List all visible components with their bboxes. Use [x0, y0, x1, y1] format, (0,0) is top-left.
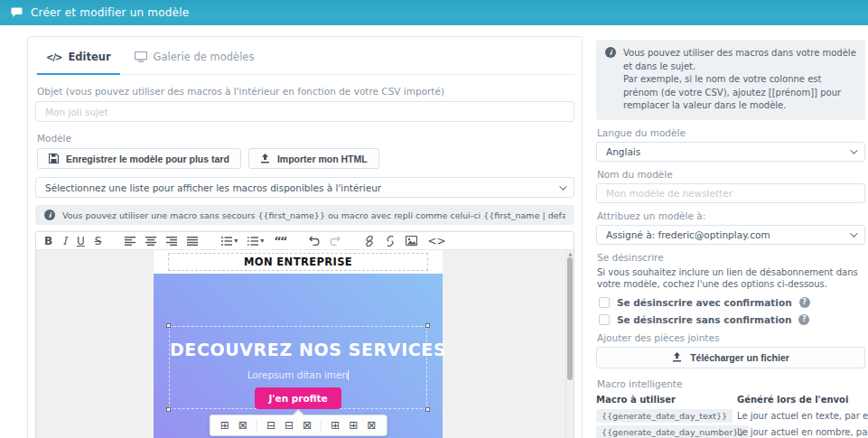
- attribuez-select-value: Assigné à: frederic@optinplay.com: [606, 229, 770, 240]
- resize-handle-top-left[interactable]: [166, 323, 171, 328]
- align-justify-icon[interactable]: [187, 237, 198, 246]
- email-header-block[interactable]: MON ENTREPRISE: [154, 250, 443, 274]
- tab-galerie-label: Galerie de modèles: [154, 51, 255, 63]
- align-center-icon[interactable]: [145, 237, 156, 246]
- checkbox-avec-label: Se désinscrire avec confirmation: [617, 297, 792, 308]
- tab-galerie[interactable]: Galerie de modèles: [126, 37, 264, 75]
- nom-label: Nom du modèle: [597, 169, 864, 180]
- underline-icon[interactable]: U: [77, 236, 85, 247]
- scrollbar-thumb[interactable]: [567, 257, 573, 380]
- scroll-up-icon[interactable]: ▲: [567, 251, 574, 256]
- resize-handle-top-right[interactable]: [425, 323, 430, 328]
- cta-button[interactable]: J'en profite: [255, 387, 341, 409]
- code-icon: </>: [46, 52, 61, 62]
- objet-label: Objet (vous pouvez utiliser des macros à…: [37, 86, 573, 97]
- macros-info-box: i Vous pouvez utiliser des macros dans v…: [596, 40, 865, 120]
- help-icon[interactable]: ?: [799, 297, 810, 308]
- macro-table-header: Macro à utiliser: [596, 393, 732, 406]
- upload-icon: [260, 154, 270, 163]
- info-icon: i: [605, 47, 616, 58]
- upload-file-button[interactable]: Télécharger un fichier: [596, 347, 865, 368]
- editor-card: </> Editeur Galerie de modèles Objet (vo…: [27, 36, 583, 438]
- checkbox-row-avec: Se désinscrire avec confirmation ?: [599, 297, 863, 308]
- editor-tabs: </> Editeur Galerie de modèles: [35, 37, 574, 75]
- modele-buttons: Enregistrer le modèle pour plus tard Imp…: [37, 148, 573, 169]
- company-name: MON ENTREPRISE: [244, 256, 352, 268]
- delete-column-icon[interactable]: ⊠: [367, 420, 376, 431]
- upload-icon: [672, 352, 682, 362]
- table-tools-popup: ⊞ ⊠ ⊟ ⊟ ⊠ ⊞ ⊞ ⊠: [210, 415, 387, 436]
- align-right-icon[interactable]: [166, 237, 177, 246]
- macros-info-text: Vous pouvez utiliser des macros dans vot…: [623, 47, 856, 113]
- unordered-list-icon[interactable]: ▾: [221, 237, 238, 246]
- chevron-down-icon: [850, 146, 857, 154]
- macro-intelligente-label: Macro intelligente: [597, 378, 864, 389]
- align-left-icon[interactable]: [125, 237, 135, 246]
- save-icon: [49, 154, 59, 163]
- italic-icon[interactable]: I: [62, 236, 67, 247]
- resize-handle-bottom-left[interactable]: [166, 407, 171, 412]
- undo-icon[interactable]: [309, 236, 320, 246]
- editor-scrollbar[interactable]: ▲: [565, 250, 574, 438]
- table-icon[interactable]: ⊞: [220, 420, 229, 431]
- strikethrough-icon[interactable]: S: [95, 236, 102, 247]
- modele-label: Modèle: [37, 133, 573, 144]
- wysiwyg-editor: B I U S ▾ ▾: [35, 231, 574, 438]
- desinscrire-text: Si vous souhaitez inclure un lien de dés…: [597, 266, 864, 291]
- save-template-button[interactable]: Enregistrer le modèle pour plus tard: [37, 148, 241, 169]
- delete-table-icon[interactable]: ⊠: [238, 420, 247, 431]
- tab-editeur[interactable]: </> Editeur: [37, 37, 120, 75]
- macro-table: Macro à utiliser Généré lors de l'envoi …: [596, 393, 865, 438]
- insert-row-below-icon[interactable]: ⊟: [266, 420, 275, 431]
- insert-row-above-icon[interactable]: ⊟: [285, 420, 294, 431]
- attribuez-select[interactable]: Assigné à: frederic@optinplay.com: [596, 225, 865, 245]
- company-block[interactable]: MON ENTREPRISE: [168, 253, 428, 271]
- chevron-down-icon: [559, 182, 566, 190]
- info-icon: i: [44, 210, 55, 220]
- macro-badge[interactable]: {{generate_date_day_text}}: [596, 409, 733, 423]
- checkbox-avec-confirmation[interactable]: [599, 297, 610, 308]
- checkbox-sans-label: Se désinscrire sans confirmation: [617, 314, 791, 325]
- list-select[interactable]: Sélectionnez une liste pour afficher les…: [35, 177, 574, 198]
- insert-column-right-icon[interactable]: ⊞: [349, 420, 358, 431]
- import-html-button[interactable]: Importer mon HTML: [248, 148, 379, 169]
- image-icon[interactable]: [406, 236, 417, 246]
- macro-badge[interactable]: {{generate_date_day_number}}: [596, 425, 749, 438]
- macro-table-header: Généré lors de l'envoi: [737, 393, 868, 406]
- banner-headline[interactable]: DECOUVREZ NOS SERVICES: [170, 340, 426, 359]
- desinscrire-label: Se désinscrire: [597, 252, 864, 263]
- email-banner[interactable]: DECOUVREZ NOS SERVICES Lorepsum ditan im…: [154, 274, 443, 438]
- unlink-icon[interactable]: [385, 236, 396, 247]
- bold-icon[interactable]: B: [44, 236, 52, 247]
- chat-bubble-icon: [11, 7, 23, 18]
- insert-column-left-icon[interactable]: ⊞: [331, 420, 340, 431]
- resize-handle-bottom-right[interactable]: [425, 407, 430, 412]
- page-title: Créer et modifier un modèle: [31, 6, 189, 19]
- redo-icon[interactable]: [330, 236, 341, 246]
- help-icon[interactable]: ?: [798, 314, 809, 325]
- editor-canvas[interactable]: MON ENTREPRISE DECOUVREZ NOS SERVICES Lo…: [36, 250, 574, 438]
- macro-description: Le jour actuel en texte, par exemple: lu…: [737, 411, 868, 421]
- caret-down-icon: ▾: [234, 238, 238, 245]
- langue-select[interactable]: Anglais: [596, 142, 865, 162]
- format-toolbar: B I U S ▾ ▾: [36, 232, 574, 250]
- checkbox-row-sans: Se désinscrire sans confirmation ?: [599, 314, 863, 325]
- blockquote-icon[interactable]: ““: [274, 235, 285, 247]
- link-icon[interactable]: [364, 236, 375, 247]
- macro-description: Le jour actuel en nombre, par exemple: 3…: [737, 427, 868, 437]
- ordered-list-icon[interactable]: ▾: [247, 237, 264, 246]
- list-select-value: Sélectionnez une liste pour afficher les…: [45, 182, 381, 193]
- macro-info-text: Vous pouvez utiliser une macro sans seco…: [62, 210, 565, 220]
- monitor-icon: [135, 51, 147, 62]
- objet-input[interactable]: [35, 101, 574, 122]
- attribuez-label: Attribuez un modèle à:: [597, 210, 864, 221]
- checkbox-sans-confirmation[interactable]: [599, 314, 610, 325]
- nom-input[interactable]: [596, 183, 865, 203]
- banner-subtext[interactable]: Lorepsum ditan imen: [170, 369, 426, 380]
- selection-box[interactable]: DECOUVREZ NOS SERVICES Lorepsum ditan im…: [169, 326, 427, 409]
- delete-row-icon[interactable]: ⊠: [303, 420, 312, 431]
- settings-panel: i Vous pouvez utiliser des macros dans v…: [596, 40, 865, 438]
- import-html-label: Importer mon HTML: [277, 154, 368, 164]
- code-view-icon[interactable]: <>: [427, 236, 445, 247]
- top-bar: Créer et modifier un modèle: [0, 0, 868, 25]
